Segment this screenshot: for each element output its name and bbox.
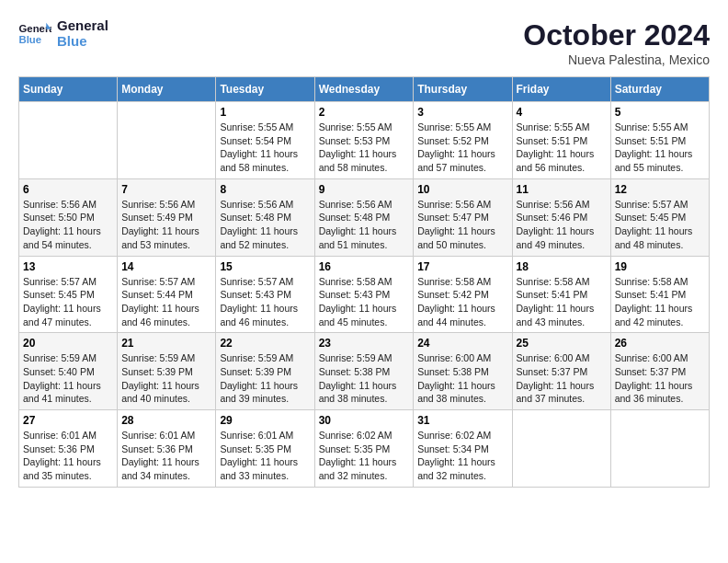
day-number: 12 — [615, 183, 705, 196]
calendar-week-row: 6Sunrise: 5:56 AM Sunset: 5:50 PM Daylig… — [19, 178, 710, 256]
day-number: 6 — [23, 183, 113, 196]
day-number: 24 — [417, 337, 507, 350]
day-number: 3 — [417, 106, 507, 119]
calendar-cell: 3Sunrise: 5:55 AM Sunset: 5:52 PM Daylig… — [414, 102, 512, 179]
day-info: Sunrise: 5:58 AM Sunset: 5:41 PM Dayligh… — [517, 275, 607, 329]
day-info: Sunrise: 5:57 AM Sunset: 5:44 PM Dayligh… — [121, 275, 211, 329]
day-info: Sunrise: 5:55 AM Sunset: 5:51 PM Dayligh… — [517, 121, 607, 175]
day-number: 26 — [615, 337, 705, 350]
calendar-cell: 2Sunrise: 5:55 AM Sunset: 5:53 PM Daylig… — [314, 102, 414, 179]
day-info: Sunrise: 6:00 AM Sunset: 5:38 PM Dayligh… — [417, 351, 507, 406]
title-block: October 2024 Nueva Palestina, Mexico — [523, 18, 710, 67]
calendar-week-row: 20Sunrise: 5:59 AM Sunset: 5:40 PM Dayli… — [19, 333, 710, 410]
weekday-header-friday: Friday — [512, 77, 610, 102]
calendar-cell: 31Sunrise: 6:02 AM Sunset: 5:34 PM Dayli… — [414, 410, 512, 488]
day-info: Sunrise: 6:01 AM Sunset: 5:35 PM Dayligh… — [220, 429, 310, 483]
day-number: 21 — [121, 337, 211, 350]
calendar-cell — [610, 410, 709, 488]
weekday-header-sunday: Sunday — [19, 77, 118, 102]
day-number: 16 — [319, 260, 410, 273]
logo: General Blue General Blue — [18, 18, 108, 49]
calendar-cell: 29Sunrise: 6:01 AM Sunset: 5:35 PM Dayli… — [216, 410, 314, 488]
calendar-week-row: 27Sunrise: 6:01 AM Sunset: 5:36 PM Dayli… — [19, 410, 710, 488]
calendar-cell: 28Sunrise: 6:01 AM Sunset: 5:36 PM Dayli… — [118, 410, 216, 488]
day-info: Sunrise: 6:00 AM Sunset: 5:37 PM Dayligh… — [517, 351, 607, 406]
day-number: 14 — [121, 260, 211, 273]
day-number: 2 — [319, 106, 410, 119]
day-number: 11 — [517, 183, 607, 196]
calendar-cell: 6Sunrise: 5:56 AM Sunset: 5:50 PM Daylig… — [19, 178, 118, 256]
logo-blue: Blue — [57, 33, 87, 49]
day-number: 25 — [517, 337, 607, 350]
day-info: Sunrise: 5:57 AM Sunset: 5:45 PM Dayligh… — [615, 198, 705, 252]
calendar-cell: 4Sunrise: 5:55 AM Sunset: 5:51 PM Daylig… — [512, 102, 610, 179]
day-number: 15 — [220, 260, 310, 273]
day-number: 20 — [23, 337, 113, 350]
calendar-cell: 15Sunrise: 5:57 AM Sunset: 5:43 PM Dayli… — [216, 256, 314, 333]
day-number: 10 — [417, 183, 507, 196]
calendar-cell — [118, 102, 216, 179]
calendar-cell: 11Sunrise: 5:56 AM Sunset: 5:46 PM Dayli… — [512, 178, 610, 256]
calendar-cell: 17Sunrise: 5:58 AM Sunset: 5:42 PM Dayli… — [414, 256, 512, 333]
day-info: Sunrise: 5:56 AM Sunset: 5:49 PM Dayligh… — [121, 198, 211, 252]
day-info: Sunrise: 5:57 AM Sunset: 5:43 PM Dayligh… — [220, 275, 310, 329]
day-info: Sunrise: 5:58 AM Sunset: 5:42 PM Dayligh… — [417, 275, 507, 329]
day-info: Sunrise: 6:00 AM Sunset: 5:37 PM Dayligh… — [615, 351, 705, 406]
day-number: 13 — [23, 260, 113, 273]
calendar-cell: 18Sunrise: 5:58 AM Sunset: 5:41 PM Dayli… — [512, 256, 610, 333]
day-info: Sunrise: 5:56 AM Sunset: 5:48 PM Dayligh… — [319, 198, 410, 252]
day-info: Sunrise: 5:59 AM Sunset: 5:38 PM Dayligh… — [319, 351, 410, 406]
day-number: 30 — [319, 414, 410, 427]
calendar-cell: 25Sunrise: 6:00 AM Sunset: 5:37 PM Dayli… — [512, 333, 610, 410]
calendar-cell: 16Sunrise: 5:58 AM Sunset: 5:43 PM Dayli… — [314, 256, 414, 333]
day-info: Sunrise: 5:55 AM Sunset: 5:51 PM Dayligh… — [615, 121, 705, 175]
day-info: Sunrise: 5:55 AM Sunset: 5:54 PM Dayligh… — [220, 121, 310, 175]
calendar-cell: 24Sunrise: 6:00 AM Sunset: 5:38 PM Dayli… — [414, 333, 512, 410]
calendar-table: SundayMondayTuesdayWednesdayThursdayFrid… — [18, 76, 710, 488]
weekday-header-row: SundayMondayTuesdayWednesdayThursdayFrid… — [19, 77, 710, 102]
day-info: Sunrise: 5:56 AM Sunset: 5:47 PM Dayligh… — [417, 198, 507, 252]
day-number: 22 — [220, 337, 310, 350]
day-info: Sunrise: 5:57 AM Sunset: 5:45 PM Dayligh… — [23, 275, 113, 329]
calendar-cell: 10Sunrise: 5:56 AM Sunset: 5:47 PM Dayli… — [414, 178, 512, 256]
day-number: 31 — [417, 414, 507, 427]
day-info: Sunrise: 5:59 AM Sunset: 5:39 PM Dayligh… — [121, 351, 211, 406]
day-number: 1 — [220, 106, 310, 119]
day-info: Sunrise: 6:02 AM Sunset: 5:34 PM Dayligh… — [417, 429, 507, 483]
day-info: Sunrise: 6:01 AM Sunset: 5:36 PM Dayligh… — [23, 429, 113, 483]
calendar-week-row: 13Sunrise: 5:57 AM Sunset: 5:45 PM Dayli… — [19, 256, 710, 333]
calendar-cell: 13Sunrise: 5:57 AM Sunset: 5:45 PM Dayli… — [19, 256, 118, 333]
day-number: 29 — [220, 414, 310, 427]
calendar-cell — [19, 102, 118, 179]
weekday-header-saturday: Saturday — [610, 77, 709, 102]
page-header: General Blue General Blue October 2024 N… — [18, 18, 710, 67]
day-number: 23 — [319, 337, 410, 350]
calendar-cell: 21Sunrise: 5:59 AM Sunset: 5:39 PM Dayli… — [118, 333, 216, 410]
calendar-cell: 27Sunrise: 6:01 AM Sunset: 5:36 PM Dayli… — [19, 410, 118, 488]
weekday-header-tuesday: Tuesday — [216, 77, 314, 102]
day-number: 7 — [121, 183, 211, 196]
weekday-header-thursday: Thursday — [414, 77, 512, 102]
weekday-header-monday: Monday — [118, 77, 216, 102]
svg-text:Blue: Blue — [19, 33, 42, 44]
day-number: 18 — [517, 260, 607, 273]
day-number: 19 — [615, 260, 705, 273]
day-info: Sunrise: 5:58 AM Sunset: 5:41 PM Dayligh… — [615, 275, 705, 329]
day-info: Sunrise: 5:59 AM Sunset: 5:40 PM Dayligh… — [23, 351, 113, 406]
day-number: 28 — [121, 414, 211, 427]
day-info: Sunrise: 5:55 AM Sunset: 5:52 PM Dayligh… — [417, 121, 507, 175]
day-number: 27 — [23, 414, 113, 427]
calendar-cell: 5Sunrise: 5:55 AM Sunset: 5:51 PM Daylig… — [610, 102, 709, 179]
calendar-cell: 14Sunrise: 5:57 AM Sunset: 5:44 PM Dayli… — [118, 256, 216, 333]
day-number: 9 — [319, 183, 410, 196]
calendar-cell: 30Sunrise: 6:02 AM Sunset: 5:35 PM Dayli… — [314, 410, 414, 488]
calendar-cell: 9Sunrise: 5:56 AM Sunset: 5:48 PM Daylig… — [314, 178, 414, 256]
day-number: 5 — [615, 106, 705, 119]
day-info: Sunrise: 6:01 AM Sunset: 5:36 PM Dayligh… — [121, 429, 211, 483]
logo-icon: General Blue — [18, 21, 51, 47]
day-info: Sunrise: 5:56 AM Sunset: 5:48 PM Dayligh… — [220, 198, 310, 252]
calendar-cell: 8Sunrise: 5:56 AM Sunset: 5:48 PM Daylig… — [216, 178, 314, 256]
calendar-cell: 1Sunrise: 5:55 AM Sunset: 5:54 PM Daylig… — [216, 102, 314, 179]
logo-general: General — [57, 17, 108, 33]
day-number: 17 — [417, 260, 507, 273]
